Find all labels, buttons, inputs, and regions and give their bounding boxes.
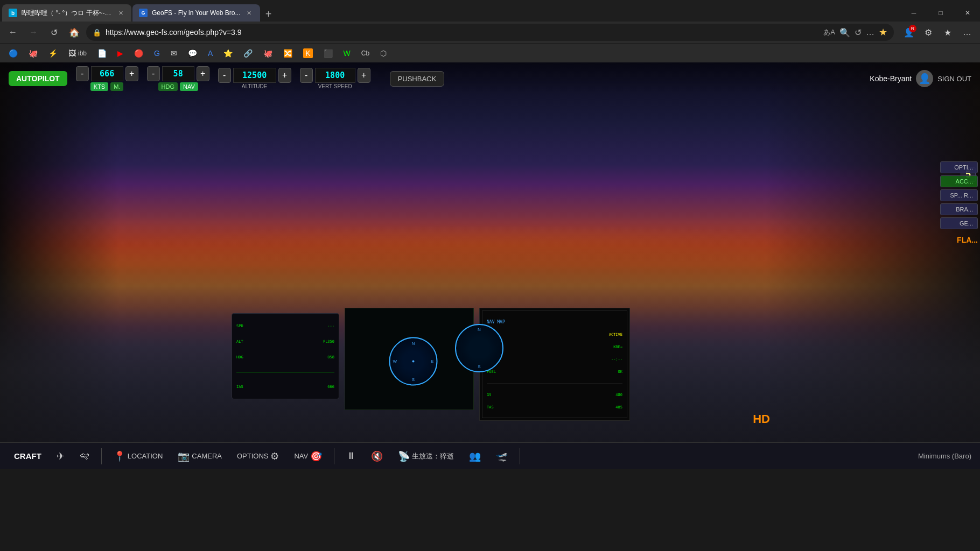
live-stream-indicator[interactable]: 📡 生放送：猝逝 xyxy=(393,448,459,464)
bookmark-k[interactable]: K xyxy=(299,46,317,60)
center-display-screen: N S W E xyxy=(345,308,474,410)
bookmark-link[interactable]: 🔗 xyxy=(239,47,257,60)
altitude-decrease-button[interactable]: - xyxy=(218,68,231,83)
aircraft-select-2[interactable]: 🛩 xyxy=(74,448,95,464)
heading-decrease-button[interactable]: - xyxy=(147,66,160,81)
bookmark-github2[interactable]: 🐙 xyxy=(259,47,277,60)
nav-button[interactable]: NAV 🎯 xyxy=(289,448,327,464)
speed-m-button[interactable]: M. xyxy=(110,82,123,91)
bookmark-github[interactable]: 🐙 xyxy=(24,47,42,60)
collections-icon[interactable]: 👤 R xyxy=(900,24,918,41)
new-tab-button[interactable]: + xyxy=(261,6,276,22)
location-icon: 📍 xyxy=(114,450,125,462)
settings-icon[interactable]: ⚙ xyxy=(920,24,937,41)
ge-button[interactable]: GE... xyxy=(940,217,978,229)
tab-bilibili-close[interactable]: ✕ xyxy=(116,9,125,17)
craft-button[interactable]: CRAFT xyxy=(9,449,47,463)
bottom-toolbar: CRAFT ✈ 🛩 📍 LOCATION 📷 CAMERA OPTIONS ⚙ … xyxy=(0,442,980,469)
fla-label: FLA... xyxy=(940,236,978,244)
live-icon: 📡 xyxy=(398,450,410,462)
maximize-button[interactable]: □ xyxy=(928,4,953,22)
heading-control-group: - 58 + HDG NAV xyxy=(147,66,209,91)
bookmark-translate[interactable]: A xyxy=(204,47,217,60)
vertspeed-increase-button[interactable]: + xyxy=(358,68,370,83)
game-area: SPD--- ALTFL350 HDG058 IAS666 N S W E NA… xyxy=(0,62,980,469)
tab-geofs-main[interactable]: G GeoFS - Fly in Your Web Bro... ✕ xyxy=(132,4,260,22)
left-display-screen: SPD--- ALTFL350 HDG058 IAS666 xyxy=(232,313,339,399)
tab-geofs-close[interactable]: ✕ xyxy=(245,9,254,17)
bra-button[interactable]: BRA... xyxy=(940,203,978,215)
bookmark-star[interactable]: ⭐ xyxy=(219,47,237,60)
close-button[interactable]: ✕ xyxy=(955,4,980,22)
camera-button[interactable]: 📷 CAMERA xyxy=(172,448,227,464)
aircraft-icon-button[interactable]: 🛫 xyxy=(491,448,513,464)
bookmark-msedge[interactable]: 🔵 xyxy=(4,47,22,60)
sp-button[interactable]: SP... R... xyxy=(940,189,978,201)
user-info: Kobe-Bryant 👤 SIGN OUT xyxy=(870,70,971,87)
bookmark-w[interactable]: W xyxy=(339,47,355,60)
options-button[interactable]: OPTI... xyxy=(940,161,978,173)
autopilot-button[interactable]: AUTOPILOT xyxy=(9,71,67,86)
back-button[interactable]: ← xyxy=(4,24,22,41)
bookmark-cb[interactable]: Cb xyxy=(357,47,374,59)
bookmark-gmail[interactable]: ✉ xyxy=(166,47,181,60)
address-box[interactable]: 🔒 https://www.geo-fs.com/geofs.php?v=3.9… xyxy=(86,24,894,41)
bookmark-doc[interactable]: 📄 xyxy=(93,47,111,60)
tab-bilibili-label: 哔哩哔哩（ °- °）つロ 干杯~-bilibi... xyxy=(22,9,112,18)
heading-hdg-button[interactable]: HDG xyxy=(158,82,178,91)
favorites-icon[interactable]: ★ xyxy=(939,24,956,41)
speed-kts-button[interactable]: KTS xyxy=(90,82,108,91)
aircraft-select-1[interactable]: ✈ xyxy=(51,448,70,464)
reload-button[interactable]: ↺ xyxy=(45,24,62,41)
bookmark-yt2[interactable]: 🔴 xyxy=(130,47,148,60)
bookmark-shuffle[interactable]: 🔀 xyxy=(279,47,297,60)
aircraft-status-icon: 🛫 xyxy=(496,450,508,462)
toolbar-divider-2 xyxy=(334,448,334,464)
tab-geofs-bilibili[interactable]: b 哔哩哔哩（ °- °）つロ 干杯~-bilibi... ✕ xyxy=(2,4,131,22)
pause-icon: ⏸ xyxy=(346,450,356,462)
more-button[interactable]: … xyxy=(958,24,976,41)
right-display-screen: NAV MAP RTEACTIVE WPTKBE→ ETA--:-- FUELO… xyxy=(479,308,630,421)
minimums-status: Minimums (Baro) xyxy=(918,452,971,460)
aircraft-icon-1: ✈ xyxy=(57,450,65,462)
address-text: https://www.geo-fs.com/geofs.php?v=3.9 xyxy=(106,28,819,37)
pause-button[interactable]: ⏸ xyxy=(341,448,361,464)
bookmark-hex[interactable]: ⬡ xyxy=(376,47,391,60)
mute-icon: 🔇 xyxy=(371,450,383,462)
location-button[interactable]: 📍 LOCATION xyxy=(108,448,169,464)
altitude-increase-button[interactable]: + xyxy=(278,68,291,83)
options-toolbar-button[interactable]: OPTIONS ⚙ xyxy=(232,448,285,464)
heading-increase-button[interactable]: + xyxy=(197,66,209,81)
toolbar-divider-1 xyxy=(101,448,102,464)
bookmark-square[interactable]: ⬛ xyxy=(319,47,337,60)
right-nav-data: NAV MAP RTEACTIVE WPTKBE→ ETA--:-- FUELO… xyxy=(485,313,625,415)
location-label: LOCATION xyxy=(128,452,163,460)
sign-out-button[interactable]: SIGN OUT xyxy=(937,75,971,83)
bookmark-dev[interactable]: ⚡ xyxy=(44,47,62,60)
vertspeed-decrease-button[interactable]: - xyxy=(300,68,313,83)
heading-value: 58 xyxy=(162,66,194,81)
speed-increase-button[interactable]: + xyxy=(125,66,138,81)
bookmark-ibb[interactable]: 🖼ibb xyxy=(64,47,91,60)
toolbar-divider-3 xyxy=(520,448,520,464)
nav-target-icon: 🎯 xyxy=(310,450,322,462)
forward-button[interactable]: → xyxy=(25,24,42,41)
bookmark-yt[interactable]: ▶ xyxy=(113,47,128,60)
vertspeed-value: 1800 xyxy=(315,68,355,83)
heading-nav-button[interactable]: NAV xyxy=(180,82,198,91)
user-avatar[interactable]: 👤 xyxy=(916,70,933,87)
acc-button[interactable]: ACC... xyxy=(940,175,978,187)
mute-button[interactable]: 🔇 xyxy=(366,448,388,464)
users-button[interactable]: 👥 xyxy=(464,448,486,464)
address-bar-row: ← → ↺ 🏠 🔒 https://www.geo-fs.com/geofs.p… xyxy=(0,22,980,43)
second-compass: N S xyxy=(455,324,503,372)
speed-decrease-button[interactable]: - xyxy=(76,66,89,81)
vertspeed-label: VERT SPEED xyxy=(318,83,352,89)
left-nav-data: SPD--- ALTFL350 HDG058 IAS666 xyxy=(234,316,337,397)
bookmark-line[interactable]: 💬 xyxy=(184,47,201,60)
pushback-button[interactable]: PUSHBACK xyxy=(390,71,445,87)
home-button[interactable]: 🏠 xyxy=(66,24,83,41)
minimize-button[interactable]: ─ xyxy=(901,4,926,22)
bookmark-google[interactable]: G xyxy=(150,47,164,60)
bilibili-favicon: b xyxy=(9,9,17,17)
